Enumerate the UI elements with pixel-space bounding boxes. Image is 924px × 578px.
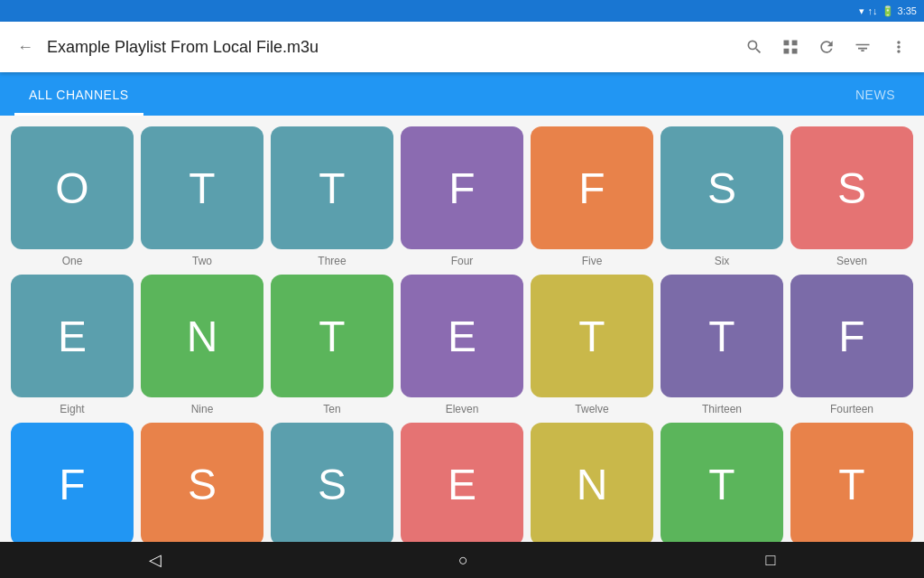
channel-card[interactable]: T — [661, 275, 783, 397]
channel-card[interactable]: T — [271, 275, 393, 397]
nav-bar: ◁ ○ □ — [0, 542, 924, 578]
tab-news[interactable]: News — [841, 77, 910, 116]
channel-card[interactable]: S — [790, 126, 913, 249]
channel-item: OOne — [11, 126, 134, 267]
channel-card[interactable]: F — [531, 126, 653, 249]
channel-label: Five — [582, 255, 603, 267]
channel-item: SSix — [661, 126, 783, 267]
channel-item: TTwenty-one — [790, 423, 913, 542]
channel-label: Nine — [191, 403, 214, 415]
channel-label: Seven — [836, 255, 867, 267]
channel-card[interactable]: E — [401, 275, 523, 397]
channel-label: Fourteen — [830, 403, 873, 415]
channel-item: NNineteen — [531, 423, 653, 542]
channel-card[interactable]: T — [141, 126, 263, 249]
channel-item: TTen — [271, 275, 393, 415]
search-button[interactable] — [744, 36, 765, 58]
app-bar-actions — [744, 36, 910, 58]
channel-label: Two — [192, 255, 212, 267]
more-button[interactable] — [888, 36, 910, 58]
channel-label: Eleven — [446, 403, 479, 415]
channel-label: Twelve — [575, 403, 608, 415]
nav-recent-button[interactable]: □ — [765, 551, 775, 570]
channel-item: FFive — [531, 126, 653, 267]
channel-item: TThirteen — [661, 275, 783, 415]
nav-back-button[interactable]: ◁ — [149, 550, 162, 570]
channel-label: Ten — [323, 403, 340, 415]
status-bar: ▾ ↑↓ 🔋 3:35 — [0, 0, 924, 22]
filter-button[interactable] — [852, 36, 873, 58]
channel-item: SSeventeen — [271, 423, 393, 542]
channel-card[interactable]: S — [271, 423, 393, 542]
channel-item: FFifteen — [11, 423, 134, 542]
channel-item: EEight — [11, 275, 134, 415]
nav-home-button[interactable]: ○ — [458, 551, 468, 570]
channel-label: Eight — [60, 403, 84, 415]
wifi-icon: ▾ — [859, 5, 864, 17]
channel-item: NNine — [141, 275, 263, 415]
channel-card[interactable]: N — [531, 423, 653, 542]
status-icons: ▾ ↑↓ 🔋 3:35 — [859, 5, 917, 17]
channel-item: FFour — [401, 126, 523, 267]
channel-card[interactable]: O — [11, 126, 134, 249]
channel-grid-container: OOneTTwoTThreeFFourFFiveSSixSSevenEEight… — [0, 116, 924, 542]
channel-label: Four — [451, 255, 474, 267]
channel-card[interactable]: T — [790, 423, 913, 542]
tab-all-channels[interactable]: All Channels — [14, 77, 143, 116]
channel-item: TTwelve — [531, 275, 653, 415]
refresh-button[interactable] — [816, 36, 837, 58]
grid-view-button[interactable] — [780, 36, 801, 58]
signal-icon: ↑↓ — [868, 5, 878, 16]
channel-card[interactable]: F — [401, 126, 523, 249]
channel-item: FFourteen — [790, 275, 913, 415]
channel-label: One — [62, 255, 83, 267]
channel-grid: OOneTTwoTThreeFFourFFiveSSixSSevenEEight… — [11, 126, 913, 542]
channel-card[interactable]: S — [141, 423, 263, 542]
channel-card[interactable]: N — [141, 275, 263, 397]
channel-item: TTwo — [141, 126, 263, 267]
channel-item: TTwenty — [661, 423, 783, 542]
battery-icon: 🔋 — [882, 5, 894, 17]
back-button[interactable]: ← — [14, 36, 36, 58]
channel-label: Six — [715, 255, 730, 267]
channel-card[interactable]: T — [531, 275, 653, 397]
app-bar: ← Example Playlist From Local File.m3u — [0, 22, 924, 72]
app-bar-title: Example Playlist From Local File.m3u — [47, 38, 733, 57]
channel-item: TThree — [271, 126, 393, 267]
channel-item: EEleven — [401, 275, 523, 415]
channel-label: Thirteen — [702, 403, 742, 415]
channel-card[interactable]: T — [271, 126, 393, 249]
channel-card[interactable]: T — [661, 423, 783, 542]
tab-bar: All Channels News — [0, 72, 924, 116]
channel-card[interactable]: E — [401, 423, 523, 542]
channel-item: SSixteen — [141, 423, 263, 542]
channel-card[interactable]: F — [790, 275, 913, 397]
channel-card[interactable]: E — [11, 275, 134, 397]
time-display: 3:35 — [898, 5, 917, 16]
channel-card[interactable]: S — [661, 126, 783, 249]
channel-card[interactable]: F — [11, 423, 134, 542]
channel-item: EEighteen — [401, 423, 523, 542]
channel-label: Three — [318, 255, 346, 267]
channel-item: SSeven — [790, 126, 913, 267]
